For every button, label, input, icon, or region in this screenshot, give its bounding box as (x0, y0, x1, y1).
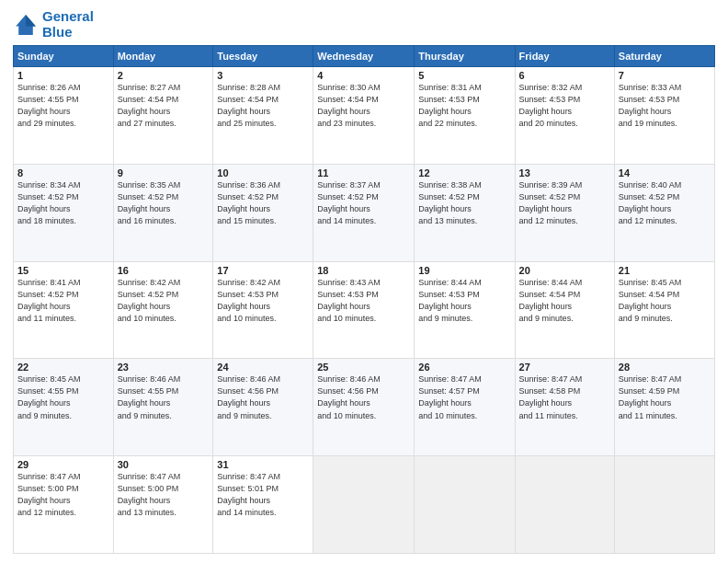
week-row-4: 22 Sunrise: 8:45 AMSunset: 4:55 PMDaylig… (14, 359, 715, 456)
day-cell (415, 456, 515, 554)
day-info: Sunrise: 8:30 AMSunset: 4:54 PMDaylight … (317, 82, 410, 130)
day-number: 1 (17, 70, 109, 81)
day-number: 10 (217, 167, 309, 178)
day-info: Sunrise: 8:47 AMSunset: 4:59 PMDaylight … (619, 373, 711, 421)
day-info: Sunrise: 8:47 AMSunset: 4:58 PMDaylight … (519, 373, 610, 421)
day-info: Sunrise: 8:47 AMSunset: 5:01 PMDaylight … (217, 471, 309, 519)
day-cell: 14 Sunrise: 8:40 AMSunset: 4:52 PMDaylig… (614, 164, 714, 261)
day-info: Sunrise: 8:27 AMSunset: 4:54 PMDaylight … (118, 82, 210, 130)
day-cell: 28 Sunrise: 8:47 AMSunset: 4:59 PMDaylig… (614, 359, 714, 456)
day-number: 6 (519, 70, 610, 81)
day-cell: 16 Sunrise: 8:42 AMSunset: 4:52 PMDaylig… (113, 261, 213, 359)
day-number: 18 (317, 265, 410, 276)
day-cell: 18 Sunrise: 8:43 AMSunset: 4:53 PMDaylig… (313, 261, 415, 359)
day-cell: 26 Sunrise: 8:47 AMSunset: 4:57 PMDaylig… (415, 359, 515, 456)
header: General Blue (13, 9, 715, 40)
day-info: Sunrise: 8:40 AMSunset: 4:52 PMDaylight … (619, 179, 711, 227)
day-cell: 17 Sunrise: 8:42 AMSunset: 4:53 PMDaylig… (213, 261, 313, 359)
day-cell: 25 Sunrise: 8:46 AMSunset: 4:56 PMDaylig… (313, 359, 415, 456)
col-header-saturday: Saturday (614, 46, 714, 67)
day-info: Sunrise: 8:46 AMSunset: 4:55 PMDaylight … (118, 373, 210, 421)
day-number: 28 (619, 362, 711, 373)
week-row-1: 1 Sunrise: 8:26 AMSunset: 4:55 PMDayligh… (14, 67, 715, 165)
day-number: 14 (619, 167, 711, 178)
col-header-sunday: Sunday (14, 46, 114, 67)
col-header-thursday: Thursday (415, 46, 515, 67)
day-info: Sunrise: 8:45 AMSunset: 4:54 PMDaylight … (619, 277, 711, 325)
day-info: Sunrise: 8:39 AMSunset: 4:52 PMDaylight … (519, 179, 610, 227)
logo-text: General Blue (42, 9, 94, 40)
day-number: 29 (17, 459, 109, 470)
day-info: Sunrise: 8:47 AMSunset: 5:00 PMDaylight … (118, 471, 210, 519)
day-info: Sunrise: 8:47 AMSunset: 4:57 PMDaylight … (418, 373, 510, 421)
day-cell: 2 Sunrise: 8:27 AMSunset: 4:54 PMDayligh… (113, 67, 213, 165)
day-number: 17 (217, 265, 309, 276)
day-number: 9 (118, 167, 210, 178)
day-info: Sunrise: 8:31 AMSunset: 4:53 PMDaylight … (418, 82, 510, 130)
day-number: 21 (619, 265, 711, 276)
day-cell: 27 Sunrise: 8:47 AMSunset: 4:58 PMDaylig… (515, 359, 614, 456)
day-number: 27 (519, 362, 610, 373)
day-info: Sunrise: 8:26 AMSunset: 4:55 PMDaylight … (17, 82, 109, 130)
day-cell (515, 456, 614, 554)
day-info: Sunrise: 8:36 AMSunset: 4:52 PMDaylight … (217, 179, 309, 227)
day-cell: 8 Sunrise: 8:34 AMSunset: 4:52 PMDayligh… (14, 164, 114, 261)
day-info: Sunrise: 8:38 AMSunset: 4:52 PMDaylight … (418, 179, 510, 227)
day-cell: 21 Sunrise: 8:45 AMSunset: 4:54 PMDaylig… (614, 261, 714, 359)
day-info: Sunrise: 8:42 AMSunset: 4:53 PMDaylight … (217, 277, 309, 325)
week-row-2: 8 Sunrise: 8:34 AMSunset: 4:52 PMDayligh… (14, 164, 715, 261)
day-cell: 23 Sunrise: 8:46 AMSunset: 4:55 PMDaylig… (113, 359, 213, 456)
day-number: 26 (418, 362, 510, 373)
day-cell: 24 Sunrise: 8:46 AMSunset: 4:56 PMDaylig… (213, 359, 313, 456)
day-info: Sunrise: 8:37 AMSunset: 4:52 PMDaylight … (317, 179, 410, 227)
day-info: Sunrise: 8:44 AMSunset: 4:54 PMDaylight … (519, 277, 610, 325)
page: General Blue SundayMondayTuesdayWednesda… (0, 0, 728, 563)
day-cell: 12 Sunrise: 8:38 AMSunset: 4:52 PMDaylig… (415, 164, 515, 261)
day-number: 2 (118, 70, 210, 81)
logo-icon (13, 12, 39, 38)
day-number: 20 (519, 265, 610, 276)
week-row-3: 15 Sunrise: 8:41 AMSunset: 4:52 PMDaylig… (14, 261, 715, 359)
day-number: 22 (17, 362, 109, 373)
logo: General Blue (13, 9, 94, 40)
day-number: 4 (317, 70, 410, 81)
day-info: Sunrise: 8:34 AMSunset: 4:52 PMDaylight … (17, 179, 109, 227)
day-info: Sunrise: 8:47 AMSunset: 5:00 PMDaylight … (17, 471, 109, 519)
day-cell: 10 Sunrise: 8:36 AMSunset: 4:52 PMDaylig… (213, 164, 313, 261)
day-number: 24 (217, 362, 309, 373)
col-header-friday: Friday (515, 46, 614, 67)
day-cell: 1 Sunrise: 8:26 AMSunset: 4:55 PMDayligh… (14, 67, 114, 165)
day-number: 7 (619, 70, 711, 81)
day-info: Sunrise: 8:41 AMSunset: 4:52 PMDaylight … (17, 277, 109, 325)
day-cell: 29 Sunrise: 8:47 AMSunset: 5:00 PMDaylig… (14, 456, 114, 554)
day-cell: 30 Sunrise: 8:47 AMSunset: 5:00 PMDaylig… (113, 456, 213, 554)
day-number: 13 (519, 167, 610, 178)
day-number: 3 (217, 70, 309, 81)
day-number: 19 (418, 265, 510, 276)
day-cell: 20 Sunrise: 8:44 AMSunset: 4:54 PMDaylig… (515, 261, 614, 359)
day-cell: 11 Sunrise: 8:37 AMSunset: 4:52 PMDaylig… (313, 164, 415, 261)
day-number: 31 (217, 459, 309, 470)
day-cell: 5 Sunrise: 8:31 AMSunset: 4:53 PMDayligh… (415, 67, 515, 165)
week-row-5: 29 Sunrise: 8:47 AMSunset: 5:00 PMDaylig… (14, 456, 715, 554)
day-info: Sunrise: 8:44 AMSunset: 4:53 PMDaylight … (418, 277, 510, 325)
day-number: 15 (17, 265, 109, 276)
day-info: Sunrise: 8:32 AMSunset: 4:53 PMDaylight … (519, 82, 610, 130)
day-cell: 4 Sunrise: 8:30 AMSunset: 4:54 PMDayligh… (313, 67, 415, 165)
day-number: 30 (118, 459, 210, 470)
day-number: 8 (17, 167, 109, 178)
day-cell: 7 Sunrise: 8:33 AMSunset: 4:53 PMDayligh… (614, 67, 714, 165)
day-number: 11 (317, 167, 410, 178)
day-number: 5 (418, 70, 510, 81)
day-info: Sunrise: 8:46 AMSunset: 4:56 PMDaylight … (317, 373, 410, 421)
day-info: Sunrise: 8:28 AMSunset: 4:54 PMDaylight … (217, 82, 309, 130)
day-info: Sunrise: 8:33 AMSunset: 4:53 PMDaylight … (619, 82, 711, 130)
day-info: Sunrise: 8:42 AMSunset: 4:52 PMDaylight … (118, 277, 210, 325)
col-header-tuesday: Tuesday (213, 46, 313, 67)
day-cell: 9 Sunrise: 8:35 AMSunset: 4:52 PMDayligh… (113, 164, 213, 261)
day-cell: 3 Sunrise: 8:28 AMSunset: 4:54 PMDayligh… (213, 67, 313, 165)
day-number: 23 (118, 362, 210, 373)
day-info: Sunrise: 8:45 AMSunset: 4:55 PMDaylight … (17, 373, 109, 421)
day-number: 25 (317, 362, 410, 373)
calendar-table: SundayMondayTuesdayWednesdayThursdayFrid… (13, 45, 715, 554)
